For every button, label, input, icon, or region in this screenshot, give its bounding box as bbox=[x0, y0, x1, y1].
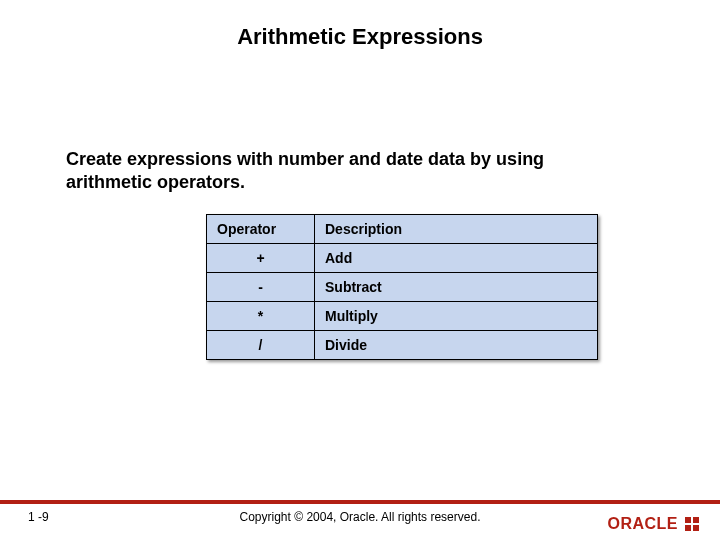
cell-description: Subtract bbox=[315, 273, 598, 302]
slide-body-text: Create expressions with number and date … bbox=[66, 148, 626, 195]
table-row: / Divide bbox=[207, 331, 598, 360]
footer-divider bbox=[0, 500, 720, 504]
svg-rect-3 bbox=[693, 525, 699, 531]
operators-table: Operator Description + Add - Subtract * … bbox=[206, 214, 598, 360]
cell-operator: * bbox=[207, 302, 315, 331]
oracle-logo-icon bbox=[682, 514, 702, 534]
cell-operator: / bbox=[207, 331, 315, 360]
svg-rect-1 bbox=[693, 517, 699, 523]
oracle-logo: ORACLE bbox=[607, 514, 702, 534]
footer: 1 -9 Copyright © 2004, Oracle. All right… bbox=[0, 500, 720, 540]
table-row: + Add bbox=[207, 244, 598, 273]
cell-operator: + bbox=[207, 244, 315, 273]
table-header-row: Operator Description bbox=[207, 215, 598, 244]
svg-rect-0 bbox=[685, 517, 691, 523]
slide: Arithmetic Expressions Create expression… bbox=[0, 0, 720, 540]
header-operator: Operator bbox=[207, 215, 315, 244]
cell-description: Add bbox=[315, 244, 598, 273]
svg-rect-2 bbox=[685, 525, 691, 531]
table-row: - Subtract bbox=[207, 273, 598, 302]
header-description: Description bbox=[315, 215, 598, 244]
table-row: * Multiply bbox=[207, 302, 598, 331]
oracle-logo-text: ORACLE bbox=[607, 515, 678, 533]
slide-title: Arithmetic Expressions bbox=[0, 24, 720, 50]
operators-table-wrap: Operator Description + Add - Subtract * … bbox=[206, 214, 598, 360]
cell-operator: - bbox=[207, 273, 315, 302]
cell-description: Divide bbox=[315, 331, 598, 360]
cell-description: Multiply bbox=[315, 302, 598, 331]
